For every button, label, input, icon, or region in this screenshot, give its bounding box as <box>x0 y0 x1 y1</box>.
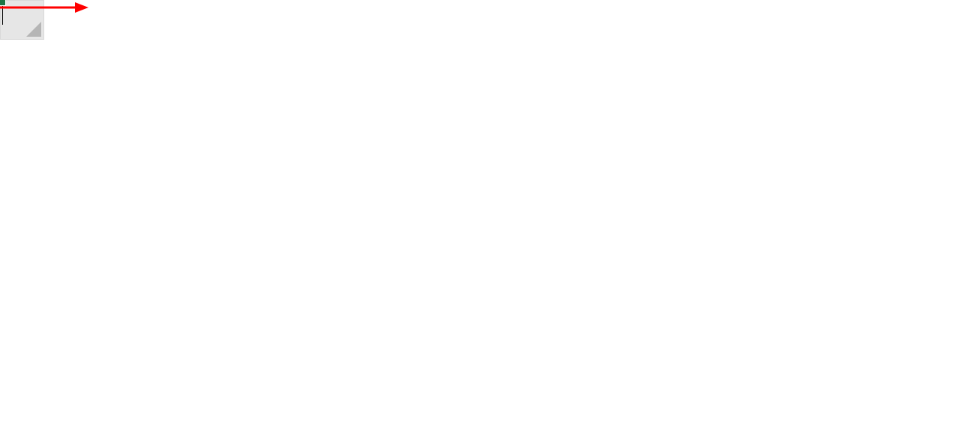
fill-handle[interactable] <box>0 0 6 6</box>
select-all-triangle-icon <box>26 22 41 37</box>
spreadsheet-grid <box>0 0 44 40</box>
select-all-corner[interactable] <box>1 1 44 40</box>
svg-marker-0 <box>26 22 41 37</box>
svg-marker-2 <box>75 2 88 13</box>
active-cell-selection <box>0 0 4 4</box>
column-header-row <box>1 1 44 40</box>
